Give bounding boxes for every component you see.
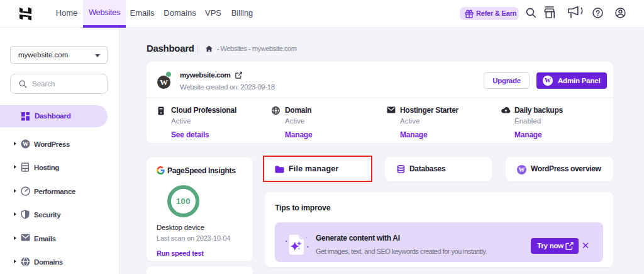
svg-text:W: W bbox=[519, 166, 525, 173]
svg-text:W: W bbox=[23, 141, 29, 147]
